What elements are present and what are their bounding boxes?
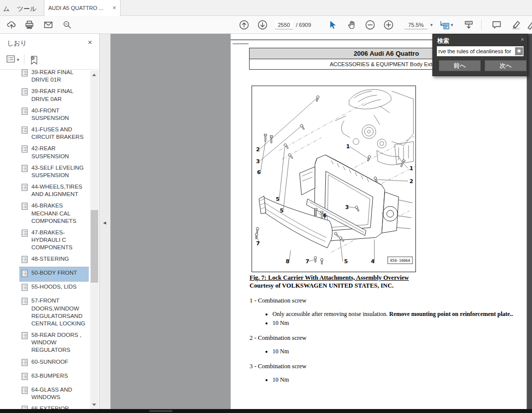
diagram-callout-number: 2 <box>256 146 260 153</box>
bookmark-item[interactable]: 41-FUSES AND CIRCUIT BRAKERS <box>20 124 88 143</box>
fit-width-button[interactable] <box>439 19 450 30</box>
diagram-callout-number: 5 <box>280 207 284 214</box>
horizontal-scrollbar-thumb[interactable] <box>149 410 172 412</box>
bookmarks-toolbar-separator <box>24 54 24 65</box>
sign-pen-button[interactable] <box>526 19 532 30</box>
highlighter-pen-icon <box>511 19 522 30</box>
bookmark-page-icon <box>21 284 28 293</box>
bookmark-page-icon <box>21 145 28 155</box>
diagram-callout-number: 3 <box>256 158 260 165</box>
highlight-button[interactable] <box>511 19 522 30</box>
bookmark-page-icon <box>21 203 28 212</box>
part-label: 3 - Combination screw <box>250 363 521 370</box>
search-previous-button[interactable]: 前へ <box>439 60 481 71</box>
tab-document[interactable]: AUDI A5 QUATTRO ... × <box>44 0 121 16</box>
bookmark-page-icon <box>21 107 28 117</box>
tab-home-partial[interactable]: ム <box>3 4 9 13</box>
next-page-button[interactable] <box>257 19 268 30</box>
bookmark-item[interactable]: 55-HOODS, LIDS <box>20 281 88 295</box>
bookmark-options-button[interactable] <box>6 55 16 66</box>
bookmark-item-label: 41-FUSES AND CIRCUIT BRAKERS <box>31 126 87 141</box>
bookmark-page-icon <box>21 373 28 382</box>
part-bullet: 10 Nm <box>272 348 521 355</box>
search-next-button[interactable]: 次へ <box>485 60 527 71</box>
scrollbar-down-arrow[interactable] <box>92 404 96 406</box>
bookmark-item[interactable]: 64-GLASS AND WINDOWS <box>20 384 88 403</box>
part-bullets: 10 Nm <box>272 376 521 384</box>
bookmark-item[interactable]: 58-REAR DOORS , WINDOW REGULATORS <box>20 329 88 356</box>
bookmark-item-label: 40-FRONT SUSPENSION <box>31 107 87 122</box>
bookmark-item[interactable]: 43-SELF LEVELING SUSPENSION <box>20 162 88 181</box>
options-caret-icon[interactable]: ▾ <box>17 57 19 62</box>
hand-tool-button[interactable] <box>346 19 357 30</box>
tab-tools[interactable]: ツール <box>17 4 37 13</box>
part-label: 2 - Combination screw <box>250 334 521 342</box>
document-canvas[interactable]: 2006 Audi A6 Quattro ACCESSORIES & EQUIP… <box>111 34 527 409</box>
page-number-input[interactable] <box>275 20 293 29</box>
bookmark-page-icon <box>21 332 28 341</box>
bookmark-item[interactable]: 39-REAR FINAL DRIVE 01R <box>20 67 88 86</box>
page-up-icon <box>239 19 250 30</box>
bookmarks-panel-header: しおり × <box>0 34 99 51</box>
bookmark-page-icon <box>21 256 28 265</box>
search-popup: 検索 × ✱ 前へ 次へ <box>432 34 528 76</box>
select-tool-button[interactable] <box>327 19 338 30</box>
find-button[interactable] <box>62 19 73 30</box>
page-scrolling-button[interactable] <box>463 19 474 30</box>
bookmark-item[interactable]: 60-SUNROOF <box>20 356 88 370</box>
bookmark-page-icon <box>21 69 28 79</box>
scrollbar-thumb[interactable] <box>91 210 98 283</box>
zoom-out-button[interactable] <box>365 19 376 30</box>
zoom-level-value[interactable]: 75.5% <box>404 20 427 29</box>
options-list-icon <box>6 55 16 64</box>
zoom-dropdown-caret-icon[interactable]: ▾ <box>430 22 433 27</box>
scrollbar-up-arrow[interactable] <box>92 74 96 76</box>
bookmarks-close-icon[interactable]: × <box>88 38 92 46</box>
save-cloud-button[interactable] <box>6 19 17 30</box>
bookmark-page-icon <box>21 298 28 307</box>
bookmark-list: 39-REAR FINAL DRIVE 01R 39-REAR FINAL DR… <box>0 67 89 409</box>
comment-button[interactable] <box>491 19 502 30</box>
bookmark-item-label: 57-FRONT DOORS,WINDOW REGULATORSAND CENT… <box>31 297 87 327</box>
previous-page-button[interactable] <box>239 19 250 30</box>
hand-icon <box>347 20 357 30</box>
panel-gutter: ◄ <box>100 34 111 409</box>
tab-close-icon[interactable]: × <box>113 4 116 11</box>
tab-bar: ム ツール AUDI A5 QUATTRO ... × <box>0 0 532 16</box>
email-button[interactable] <box>43 19 54 30</box>
bookmark-item-label: 43-SELF LEVELING SUSPENSION <box>31 164 87 179</box>
callout-leader-line <box>260 99 316 149</box>
collapse-panel-arrow[interactable]: ◄ <box>102 220 107 225</box>
part-bullet: 10 Nm <box>272 376 521 384</box>
bookmark-item[interactable]: 47-BRAKES-HYDRAULI C COMPONENTS <box>20 227 88 254</box>
bookmark-item[interactable]: 63-BUMPERS <box>20 370 88 384</box>
bookmarks-title: しおり <box>7 39 27 48</box>
bookmark-item[interactable]: 40-FRONT SUSPENSION <box>20 105 88 124</box>
bookmark-item[interactable]: 50-BODY FRONT <box>20 267 88 281</box>
bookmark-item[interactable]: 42-REAR SUSPENSION <box>20 143 88 162</box>
horizontal-scrollbar[interactable] <box>0 409 532 413</box>
bookmark-page-icon <box>21 359 28 368</box>
toolbar: / 6909 75.5% ▾ <box>0 16 532 34</box>
print-button[interactable] <box>24 19 35 30</box>
page-boundary-tick <box>233 43 249 44</box>
fit-width-caret-icon[interactable]: ▾ <box>451 22 453 27</box>
search-input[interactable] <box>437 47 515 56</box>
bookmark-item[interactable]: 57-FRONT DOORS,WINDOW REGULATORSAND CENT… <box>20 295 88 329</box>
search-popup-close-icon[interactable]: × <box>521 36 524 42</box>
diagram-callout-number: 4 <box>371 258 375 265</box>
parts-list: 1 - Combination screw Only accessible af… <box>250 297 521 384</box>
callout-leader-line <box>309 260 314 261</box>
search-options-gear-icon[interactable]: ✱ <box>515 47 523 55</box>
zoom-in-button[interactable] <box>383 19 394 30</box>
diagram-callout-number: 7 <box>305 258 309 265</box>
bookmark-item-label: 47-BRAKES-HYDRAULI C COMPONENTS <box>31 229 87 252</box>
bookmark-item[interactable]: 66-EXTERIOR EQUIPMENT <box>20 403 88 409</box>
bookmark-item[interactable]: 48-STEERING <box>20 253 88 267</box>
current-bookmark-button[interactable] <box>29 55 39 68</box>
plus-circle-icon <box>383 19 394 30</box>
bookmark-item[interactable]: 39-REAR FINAL DRIVE 0AR <box>20 86 88 104</box>
bookmark-item[interactable]: 44-WHEELS,TIRES AND ALIGNMENT <box>20 181 88 200</box>
bookmark-item[interactable]: 46-BRAKES MECHANI CAL COMPONENETS <box>20 200 88 227</box>
bookmarks-scrollbar[interactable] <box>90 71 99 409</box>
